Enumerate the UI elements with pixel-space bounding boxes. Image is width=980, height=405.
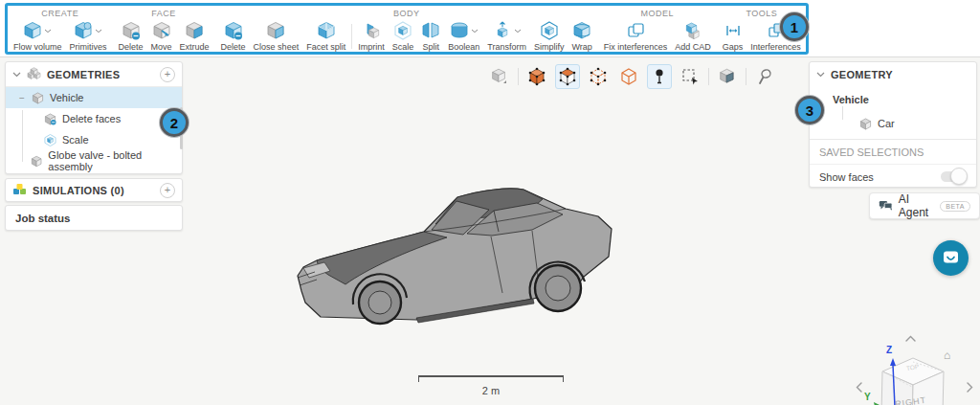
select-face-button[interactable] bbox=[555, 64, 580, 89]
scale-button[interactable]: Scale bbox=[389, 19, 418, 52]
rotate-right-chevron[interactable] bbox=[968, 383, 972, 392]
flow-volume-icon bbox=[23, 21, 42, 40]
vehicle-geometry-icon bbox=[32, 92, 44, 104]
tree-item-car[interactable]: Car bbox=[810, 112, 976, 135]
gaps-icon bbox=[724, 21, 743, 40]
geometry-header[interactable]: GEOMETRY bbox=[810, 62, 976, 87]
select-edge-button[interactable] bbox=[586, 64, 611, 89]
face-delete-button[interactable]: Delete bbox=[115, 19, 147, 52]
flow-volume-button[interactable]: Flow volume bbox=[10, 19, 66, 52]
viewport-toolbar bbox=[487, 64, 777, 89]
annotation-step-2: 2 bbox=[160, 108, 189, 137]
geometry-title: GEOMETRY bbox=[831, 69, 969, 80]
saved-selections-header[interactable]: SAVED SELECTIONS bbox=[810, 139, 976, 164]
ai-agent-chat-icon bbox=[879, 199, 893, 213]
viewport-toolbar-separator bbox=[746, 68, 746, 85]
orientation-widget[interactable]: ⌂ ↺ ↻ TOP RIGHT Z Y X bbox=[852, 333, 978, 405]
scale-operation-icon bbox=[44, 134, 56, 146]
facet-split-icon bbox=[317, 21, 336, 40]
collapse-toggle[interactable]: − bbox=[18, 93, 26, 103]
scale-bar-label: 2 m bbox=[418, 385, 564, 396]
delete-faces-icon bbox=[44, 113, 56, 125]
probe-point-button[interactable] bbox=[647, 64, 672, 89]
tree-item-label: Vehicle bbox=[833, 94, 869, 105]
add-simulation-button[interactable]: + bbox=[160, 183, 175, 198]
tree-item-label: Globe valve - bolted assembly bbox=[48, 149, 182, 172]
add-geometry-button[interactable]: + bbox=[160, 67, 175, 82]
facet-split-button[interactable]: Facet split bbox=[302, 19, 349, 52]
face-move-icon bbox=[152, 21, 171, 40]
job-status-panel[interactable]: Job status bbox=[5, 205, 183, 231]
tree-item-label: Delete faces bbox=[62, 113, 121, 124]
chevron-down-icon bbox=[471, 29, 479, 34]
tree-item-label: Scale bbox=[62, 134, 89, 146]
car-rear-rim bbox=[546, 276, 570, 301]
geometries-title: GEOMETRIES bbox=[47, 69, 154, 80]
face-extrude-icon bbox=[185, 21, 204, 40]
simulations-icon bbox=[12, 183, 27, 197]
car-front-rim bbox=[368, 291, 391, 314]
hide-body-button[interactable] bbox=[715, 64, 740, 89]
primitives-icon bbox=[74, 21, 93, 40]
probe-point-icon bbox=[650, 67, 669, 86]
home-view-icon[interactable]: ⌂ bbox=[944, 349, 950, 362]
body-delete-button[interactable]: Delete bbox=[217, 19, 250, 52]
face-move-button[interactable]: Move bbox=[147, 19, 176, 52]
measure-button[interactable] bbox=[752, 64, 777, 89]
split-icon bbox=[421, 21, 440, 40]
boolean-button[interactable]: Boolean bbox=[444, 19, 483, 52]
body-delete-icon bbox=[224, 21, 243, 40]
tree-item-label: Car bbox=[878, 118, 895, 129]
face-extrude-button[interactable]: Extrude bbox=[176, 19, 213, 52]
primitives-button[interactable]: Primitives bbox=[66, 19, 111, 52]
close-sheet-button[interactable]: Close sheet bbox=[250, 19, 303, 52]
select-vertex-icon bbox=[619, 67, 638, 86]
geometries-icon bbox=[27, 67, 41, 81]
geometry-panel: GEOMETRY Vehicle Car SAVED SELECTIONS Sh… bbox=[809, 61, 977, 188]
toolbar-group-body: BODY Delete Close sheet Facet split I bbox=[217, 7, 596, 51]
toolbar-group-model: MODEL Fix interferences Add CAD bbox=[600, 7, 715, 51]
fix-interferences-icon bbox=[626, 21, 645, 40]
viewport-toolbar-separator bbox=[518, 68, 519, 85]
simplify-button[interactable]: Simplify bbox=[530, 19, 568, 52]
render-mode-button[interactable] bbox=[487, 64, 512, 89]
chevron-down-icon bbox=[816, 72, 825, 78]
gaps-button[interactable]: Gaps bbox=[719, 19, 747, 52]
simulations-header[interactable]: SIMULATIONS (0) + bbox=[6, 179, 182, 201]
select-vertex-button[interactable] bbox=[616, 64, 641, 89]
scale-bar bbox=[418, 375, 564, 382]
group-label-model: MODEL bbox=[641, 9, 675, 19]
support-chat-button[interactable] bbox=[933, 240, 969, 276]
split-button[interactable]: Split bbox=[417, 19, 444, 52]
ai-agent-button[interactable]: AI Agent BETA bbox=[869, 192, 980, 219]
rotate-left-chevron[interactable] bbox=[858, 383, 862, 392]
car-3d-model[interactable] bbox=[292, 176, 622, 329]
tree-item-delete-faces[interactable]: Delete faces bbox=[6, 108, 182, 129]
tree-item-vehicle-right[interactable]: Vehicle bbox=[810, 87, 976, 112]
tree-item-globe-valve[interactable]: Globe valve - bolted assembly bbox=[6, 150, 182, 171]
chevron-down-icon bbox=[514, 29, 522, 34]
toolbar-separator bbox=[351, 24, 352, 49]
group-label-create: CREATE bbox=[41, 9, 78, 19]
wrap-button[interactable]: Wrap bbox=[568, 19, 595, 52]
job-status-title: Job status bbox=[15, 213, 71, 224]
show-faces-toggle[interactable] bbox=[941, 171, 965, 182]
hide-body-icon bbox=[718, 67, 737, 86]
chat-bubble-icon bbox=[941, 248, 961, 268]
select-volume-button[interactable] bbox=[524, 64, 549, 89]
add-cad-button[interactable]: Add CAD bbox=[671, 19, 715, 52]
tree-item-label: Vehicle bbox=[50, 92, 83, 103]
add-cad-icon bbox=[683, 21, 702, 40]
tree-item-scale[interactable]: Scale bbox=[6, 129, 182, 150]
tree-item-vehicle[interactable]: − Vehicle bbox=[6, 87, 182, 108]
fix-interferences-button[interactable]: Fix interferences bbox=[600, 19, 672, 52]
toggle-knob bbox=[950, 168, 968, 185]
transform-button[interactable]: Transform bbox=[483, 19, 530, 52]
geometries-panel: GEOMETRIES + − Vehicle Delete faces Scal… bbox=[5, 61, 183, 174]
box-select-icon bbox=[680, 67, 700, 86]
imprint-button[interactable]: Imprint bbox=[354, 19, 389, 52]
rotate-up-chevron[interactable] bbox=[906, 337, 915, 342]
box-select-button[interactable] bbox=[678, 64, 702, 89]
simplify-icon bbox=[540, 21, 559, 40]
geometries-header[interactable]: GEOMETRIES + bbox=[6, 62, 182, 87]
